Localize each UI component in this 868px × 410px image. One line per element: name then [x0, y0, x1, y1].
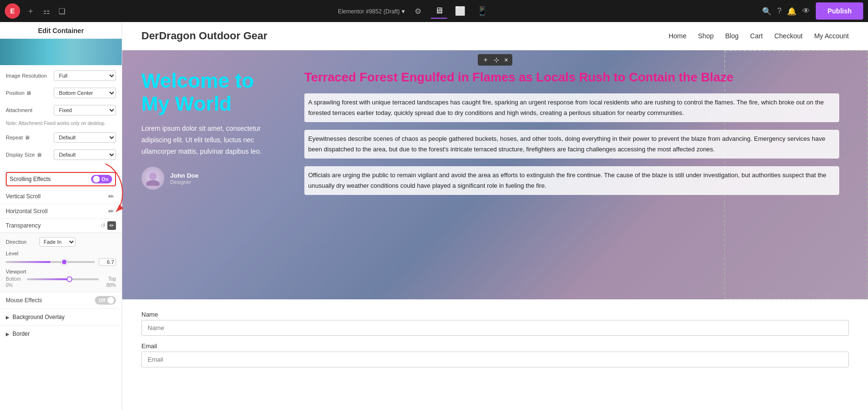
email-input[interactable]	[141, 352, 849, 367]
background-overlay-arrow: ▶	[6, 315, 10, 320]
vertical-scroll-row: Vertical Scroll ✏	[0, 189, 122, 204]
transparency-reset-btn[interactable]: ↺	[99, 221, 107, 230]
article-p3: Officials are urging the public to remai…	[304, 166, 839, 195]
viewport-pct-left: 0%	[6, 283, 12, 288]
display-size-control[interactable]: Default	[54, 149, 116, 160]
mouse-effects-toggle[interactable]: Off	[95, 296, 116, 305]
horizontal-scroll-label: Horizontal Scroll	[6, 208, 106, 215]
help-icon[interactable]: ?	[777, 7, 782, 15]
nav-shop[interactable]: Shop	[698, 32, 714, 40]
hero-title: Welcome to My World	[141, 69, 285, 115]
nav-cart[interactable]: Cart	[750, 32, 763, 40]
hero-avatar: John Doe Designer	[141, 167, 285, 190]
left-panel: Edit Container Image Resolution Full Pos…	[0, 22, 122, 410]
mouse-effects-label: Mouse Effects	[6, 297, 95, 304]
vertical-scroll-edit-btn[interactable]: ✏	[106, 192, 116, 201]
attachment-label: Attachment	[6, 107, 54, 113]
viewport-pct-right: 80%	[106, 283, 116, 288]
nav-checkout[interactable]: Checkout	[774, 32, 802, 40]
add-icon[interactable]: ＋	[25, 4, 36, 18]
position-select[interactable]: Bottom Center	[54, 88, 116, 98]
level-value-input[interactable]: 6.7	[99, 258, 116, 266]
repeat-label: Repeat 🖥	[6, 135, 54, 140]
topbar-settings-icon[interactable]: ⚙	[415, 7, 421, 16]
scrolling-effects-toggle[interactable]: On	[91, 175, 112, 183]
site-nav-links: Home Shop Blog Cart Checkout My Account	[669, 32, 849, 40]
viewport-slider-row: Bottom Top	[6, 276, 116, 282]
position-label: Position 🖥	[6, 90, 54, 96]
preview-icon[interactable]: 👁	[802, 7, 810, 15]
image-preview-strip	[0, 39, 122, 65]
page-title: Elementor #9852 (Draft) ▾	[338, 8, 405, 15]
mobile-device-btn[interactable]: 📱	[473, 4, 491, 18]
display-size-row: Display Size 🖥 Default	[6, 148, 116, 161]
border-section[interactable]: ▶ Border	[0, 325, 122, 342]
image-resolution-control[interactable]: Full	[54, 70, 116, 81]
viewport-slider[interactable]	[27, 278, 99, 280]
attachment-control[interactable]: Fixed	[54, 105, 116, 115]
desktop-device-btn[interactable]: 🖥	[431, 4, 447, 19]
nav-blog[interactable]: Blog	[725, 32, 739, 40]
level-slider[interactable]	[6, 261, 95, 263]
image-resolution-select[interactable]: Full	[54, 70, 116, 81]
scrolling-effects-label: Scrolling Effects	[10, 176, 91, 182]
name-input[interactable]	[141, 320, 849, 336]
repeat-control[interactable]: Default	[54, 132, 116, 143]
scrolling-effects-row: Scrolling Effects On	[6, 172, 116, 186]
top-bar: E ＋ ⚏ ❏ Elementor #9852 (Draft) ▾ ⚙ 🖥 ⬜ …	[0, 0, 868, 22]
hero-body-text: Lorem ipsum dolor sit amet, consectetur …	[141, 123, 285, 157]
toggle-circle	[93, 176, 100, 182]
attachment-select[interactable]: Fixed	[54, 105, 116, 115]
site-nav: DerDragon Outdoor Gear Home Shop Blog Ca…	[122, 22, 868, 50]
elementor-logo: E	[5, 3, 20, 19]
image-resolution-label: Image Resolution	[6, 73, 54, 79]
hero-right-column: Terraced Forest Engulfed in Flames as Lo…	[304, 69, 839, 203]
search-icon[interactable]: 🔍	[762, 7, 772, 16]
repeat-select[interactable]: Default	[54, 132, 116, 143]
form-section: Name Email	[122, 299, 868, 386]
background-overlay-label: Background Overlay	[12, 314, 65, 320]
toggle-off-circle	[107, 297, 114, 304]
history-icon[interactable]: ⚏	[41, 5, 52, 18]
transparency-section: Direction Fade In Fade Out Level 6.7 Vie…	[0, 233, 122, 292]
avatar-name: John Doe	[170, 172, 198, 179]
layers-icon[interactable]: ❏	[57, 5, 67, 18]
top-bar-right: 🔍 ? 🔔 👁 Publish	[762, 2, 863, 20]
tablet-device-btn[interactable]: ⬜	[451, 4, 469, 18]
viewport-bottom-label: Bottom	[6, 276, 23, 282]
hero-left-column: Welcome to My World Lorem ipsum dolor si…	[141, 69, 285, 190]
main-layout: Edit Container Image Resolution Full Pos…	[0, 22, 868, 410]
site-logo: DerDragon Outdoor Gear	[141, 30, 267, 42]
horizontal-scroll-row: Horizontal Scroll ✏	[0, 204, 122, 219]
border-label: Border	[12, 330, 30, 337]
display-size-select[interactable]: Default	[54, 149, 116, 160]
article-p2: Eyewitnesses describe scenes of chaos as…	[304, 130, 839, 159]
hero-content: Welcome to My World Lorem ipsum dolor si…	[122, 50, 868, 222]
level-slider-row: 6.7	[6, 258, 116, 266]
top-bar-center: Elementor #9852 (Draft) ▾ ⚙ 🖥 ⬜ 📱	[72, 4, 757, 19]
name-label: Name	[141, 311, 849, 318]
position-row: Position 🖥 Bottom Center	[6, 86, 116, 100]
direction-select[interactable]: Fade In Fade Out	[39, 237, 76, 247]
notifications-icon[interactable]: 🔔	[787, 7, 797, 16]
hero-section: ＋ ⊹ × Welcome to My World Lorem ipsum do…	[122, 50, 868, 299]
svg-point-2	[149, 172, 157, 180]
nav-home[interactable]: Home	[669, 32, 686, 40]
panel-header: Edit Container	[0, 22, 122, 39]
attachment-row: Attachment Fixed	[6, 103, 116, 117]
transparency-edit-btn[interactable]: ✏	[107, 221, 116, 230]
horizontal-scroll-edit-btn[interactable]: ✏	[106, 206, 116, 216]
avatar-role: Designer	[170, 179, 198, 185]
position-control[interactable]: Bottom Center	[54, 88, 116, 98]
transparency-row: Transparency ↺ ✏	[0, 219, 122, 233]
publish-button[interactable]: Publish	[816, 2, 863, 20]
article-title: Terraced Forest Engulfed in Flames as Lo…	[304, 69, 839, 86]
right-area: DerDragon Outdoor Gear Home Shop Blog Ca…	[122, 22, 868, 410]
device-switcher: 🖥 ⬜ 📱	[431, 4, 491, 19]
nav-my-account[interactable]: My Account	[814, 32, 849, 40]
avatar-info: John Doe Designer	[170, 172, 198, 185]
panel-settings-section: Image Resolution Full Position 🖥 Bottom …	[0, 65, 122, 169]
background-overlay-section[interactable]: ▶ Background Overlay	[0, 308, 122, 325]
attachment-note: Note: Attachment Fixed works only on des…	[6, 121, 116, 128]
image-resolution-row: Image Resolution Full	[6, 69, 116, 82]
